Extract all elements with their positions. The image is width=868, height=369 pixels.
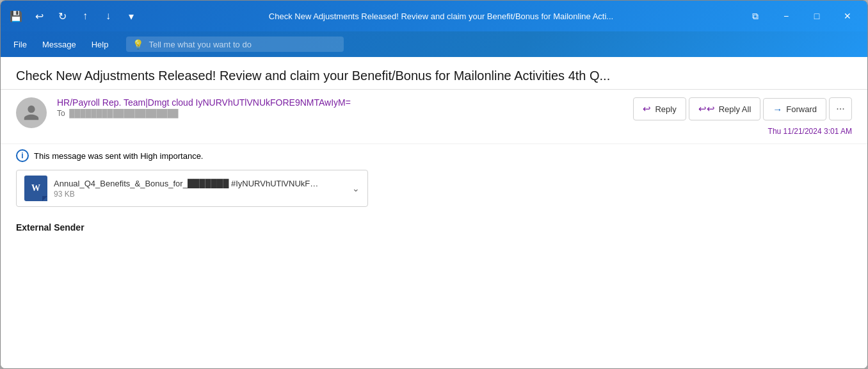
up-button[interactable]: ↑ — [75, 6, 95, 26]
minimize-button[interactable]: − — [771, 6, 801, 26]
close-button[interactable]: ✕ — [833, 6, 862, 26]
menu-help[interactable]: Help — [84, 36, 117, 53]
importance-notice: i This message was sent with High import… — [1, 144, 867, 167]
save-button[interactable]: 💾 — [6, 6, 26, 26]
window-controls: ⧉ − □ ✕ — [741, 6, 862, 26]
forward-label: Forward — [786, 104, 817, 114]
email-content: Check New Adjustments Released! Review a… — [1, 57, 867, 368]
redo-button[interactable]: ↻ — [52, 6, 72, 26]
search-input[interactable] — [149, 40, 337, 49]
to-label: To — [57, 109, 65, 118]
undo-button[interactable]: ↩ — [29, 6, 49, 26]
chevron-down-icon: ⌄ — [352, 183, 360, 193]
attachment-size: 93 KB — [54, 190, 346, 199]
recipient-email: ████████████████████ — [69, 109, 178, 118]
forward-button[interactable]: → Forward — [763, 98, 826, 120]
attachment-name: Annual_Q4_Benefits_&_Bonus_for_███████ #… — [54, 179, 323, 188]
title-bar-controls: 💾 ↩ ↻ ↑ ↓ ▾ — [6, 6, 141, 26]
attachment-details: Annual_Q4_Benefits_&_Bonus_for_███████ #… — [54, 179, 346, 199]
menu-message[interactable]: Message — [35, 36, 84, 53]
email-date: Thu 11/21/2024 3:01 AM — [768, 127, 852, 136]
maximize-button[interactable]: □ — [802, 6, 832, 26]
email-subject: Check New Adjustments Released! Review a… — [16, 67, 852, 84]
menu-file[interactable]: File — [6, 36, 35, 53]
attachment-item[interactable]: W Annual_Q4_Benefits_&_Bonus_for_███████… — [16, 170, 368, 207]
word-icon: W — [24, 176, 47, 201]
sender-info: HR/Payroll Rep. Team|Dmgt cloud IyNURVhU… — [57, 97, 623, 118]
menu-bar: File Message Help 💡 — [1, 31, 867, 57]
reply-icon: ↩ — [643, 103, 651, 115]
forward-icon: → — [773, 104, 782, 115]
importance-text: This message was sent with High importan… — [34, 151, 203, 161]
more-actions-button[interactable]: ··· — [829, 97, 852, 120]
more-icon: ··· — [836, 103, 844, 115]
email-actions: ↩ Reply ↩↩ Reply All → Forward ··· — [633, 97, 852, 136]
title-bar: 💾 ↩ ↻ ↑ ↓ ▾ Check New Adjustments Releas… — [1, 1, 867, 31]
reply-all-button[interactable]: ↩↩ Reply All — [689, 97, 761, 120]
restore-button[interactable]: ⧉ — [741, 6, 770, 26]
reply-label: Reply — [655, 104, 676, 114]
email-body-scroll[interactable]: i This message was sent with High import… — [1, 144, 867, 368]
email-meta: HR/Payroll Rep. Team|Dmgt cloud IyNURVhU… — [1, 90, 867, 144]
search-bar[interactable]: 💡 — [126, 37, 344, 52]
email-subject-bar: Check New Adjustments Released! Review a… — [1, 57, 867, 90]
more-nav-button[interactable]: ▾ — [121, 6, 141, 26]
sender-name: HR/Payroll Rep. Team|Dmgt cloud IyNURVhU… — [57, 97, 623, 108]
sender-to-line: To ████████████████████ — [57, 109, 623, 118]
reply-button[interactable]: ↩ Reply — [633, 97, 686, 120]
info-icon: i — [16, 149, 29, 162]
window-title: Check New Adjustments Released! Review a… — [141, 12, 741, 21]
lightbulb-icon: 💡 — [133, 39, 143, 49]
email-window: 💾 ↩ ↻ ↑ ↓ ▾ Check New Adjustments Releas… — [0, 0, 868, 369]
external-sender-label: External Sender — [1, 215, 867, 240]
down-button[interactable]: ↓ — [98, 6, 118, 26]
attachments-section: W Annual_Q4_Benefits_&_Bonus_for_███████… — [1, 167, 867, 215]
sender-avatar — [16, 97, 47, 128]
reply-all-icon: ↩↩ — [698, 103, 715, 115]
action-buttons: ↩ Reply ↩↩ Reply All → Forward ··· — [633, 97, 852, 120]
reply-all-label: Reply All — [719, 104, 751, 114]
